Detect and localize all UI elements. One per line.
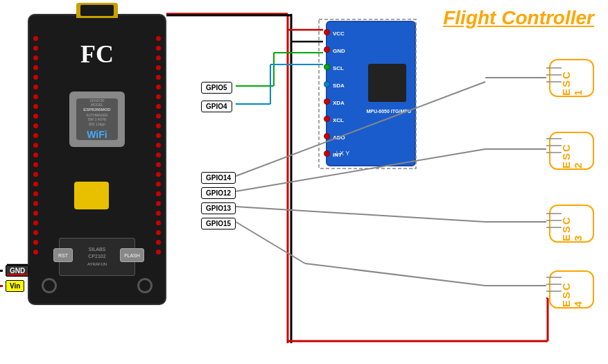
esc1-label: ESC 1 [560,60,584,96]
mpu-sda: SDA [333,83,345,89]
mpu-pin-connectors [324,29,330,157]
pin-dot [156,201,161,206]
pin-dot [33,220,38,225]
pin-dot [156,94,161,99]
pin-dot [156,211,161,216]
esc4-box: ESC 4 [549,270,594,309]
mpu-vcc: VCC [333,31,345,37]
pin-dot [33,191,38,196]
mpu-xcl: XCL [333,117,345,123]
mpu-pin-labels: VCC GND SCL SDA XDA XCL ADO INT [333,31,345,158]
gnd-wire [0,270,3,272]
mpu-ado: ADO [333,135,345,141]
pin-dot [156,46,161,51]
pin-dot [33,46,38,51]
wifi-logo: WiFi [87,129,107,140]
gpio5-label: GPIO5 [201,82,232,94]
pin-dot [156,123,161,128]
pin-dot [33,85,38,89]
flash-label: FLASH [121,249,144,263]
mpu-pin-dot-xda [324,98,330,105]
pin-dot [156,162,161,167]
pin-dot [33,250,38,254]
esc3-box: ESC 3 [549,205,594,243]
esp-yellow-component [74,182,109,209]
pin-dot [33,114,38,119]
gnd-row: GND [0,265,29,277]
pin-dot [33,172,38,177]
pin-dot [33,123,38,128]
mounting-hole-left [42,278,57,293]
pin-dot [33,240,38,245]
esp-antenna [76,3,118,18]
mpu-pin-dot-xcl [324,116,330,122]
pin-dot [156,220,161,225]
flash-button[interactable]: FLASH [120,248,144,262]
pin-dot [33,36,38,41]
mpu-pin-dot-sda [324,81,330,87]
gpio13-label: GPIO13 [201,202,236,214]
flight-controller-title: Flight Controller [443,7,594,29]
pin-dot [33,75,38,80]
pin-dot [33,65,38,70]
gnd-label: GND [6,265,29,277]
mpu-pin-dot-ado [324,133,330,139]
pin-dot [156,172,161,177]
mpu-gnd: GND [333,48,345,54]
pin-dot [33,182,38,187]
pin-dot [33,153,38,157]
esc1-box: ESC 1 [549,59,594,97]
mpu6050-module: VCC GND SCL SDA XDA XCL ADO INT MPU-6050… [326,21,416,166]
vin-label: Vin [6,280,24,292]
pin-dot [156,143,161,148]
vin-row: Vin [0,280,29,292]
cp2102-text: SILABSCP2102AYRAFUN [87,246,107,268]
mpu-name-label: MPU-6050 ITG/MPU [366,109,411,114]
gpio4-label: GPIO4 [201,101,232,112]
main-canvas: Flight Controller [0,0,608,364]
mpu-pin-dot-vcc [324,29,330,35]
mpu-xda: XDA [333,100,345,106]
pin-dot [156,191,161,196]
esp-vendor-text: VENDORMODELESP8266MODAUTHMAKERISM 2.4GHz… [83,98,110,126]
pin-dot [33,230,38,235]
svg-line-22 [305,263,485,286]
mpu-pin-dot-int [324,150,330,157]
power-labels: GND Vin [0,265,29,292]
gpio12-label: GPIO12 [201,187,236,199]
pin-dot [156,104,161,109]
pin-dot [156,114,161,119]
pin-dot [33,201,38,206]
fc-label: FC [80,40,114,69]
pin-dot [33,94,38,99]
pin-dot [156,153,161,157]
pin-dot [156,182,161,187]
gpio14-label: GPIO14 [201,172,236,184]
gpio15-label: GPIO15 [201,218,236,229]
pin-dot [156,36,161,41]
svg-line-21 [236,222,305,263]
esc2-label: ESC 2 [560,133,584,168]
right-pin-row [156,36,161,254]
pin-dot [33,55,38,60]
pin-dot [33,143,38,148]
pin-dot [33,104,38,109]
wifi-chip: VENDORMODELESP8266MODAUTHMAKERISM 2.4GHz… [69,92,125,147]
rst-button[interactable]: RST [53,248,73,262]
esp-antenna-inner [80,5,114,16]
pin-dot [156,65,161,70]
mpu-pin-dot-scl [324,64,330,70]
vin-wire [0,285,3,287]
esc3-label: ESC 3 [560,206,584,241]
mpu-scl: SCL [333,65,345,71]
pin-dot [33,162,38,167]
pin-dot [156,75,161,80]
pin-dot [33,133,38,138]
rst-label: RST [54,249,72,263]
mpu-axis-label: ⊥X Y [334,150,349,157]
esc4-label: ESC 4 [560,272,584,307]
left-pin-row [33,36,38,254]
pin-dot [156,55,161,60]
pin-dot [33,211,38,216]
esc2-box: ESC 2 [549,132,594,170]
